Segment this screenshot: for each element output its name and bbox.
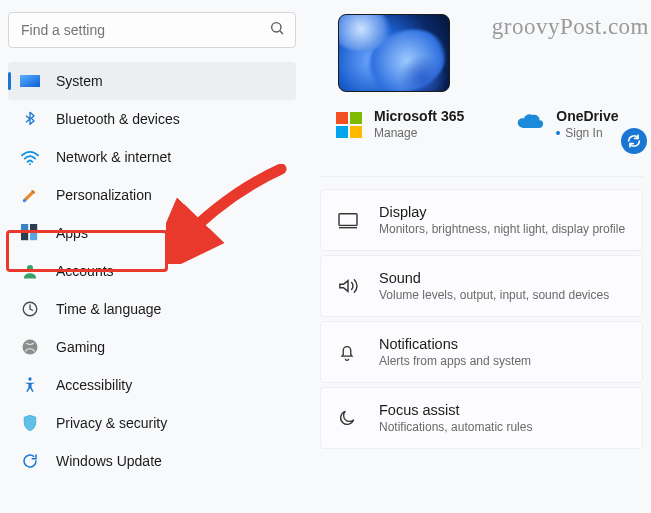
sidebar-item-label: Bluetooth & devices — [56, 111, 180, 127]
sidebar-item-label: Accounts — [56, 263, 114, 279]
microsoft-logo-icon — [336, 112, 362, 138]
sidebar-item-apps[interactable]: Apps — [8, 214, 296, 252]
bluetooth-icon — [20, 109, 40, 129]
paintbrush-icon — [20, 185, 40, 205]
sidebar: System Bluetooth & devices Network & int… — [8, 12, 296, 480]
card-display[interactable]: Display Monitors, brightness, night ligh… — [320, 189, 643, 251]
svg-rect-14 — [339, 214, 357, 226]
service-onedrive[interactable]: OneDrive Sign In — [516, 108, 618, 140]
card-subtitle: Monitors, brightness, night light, displ… — [379, 222, 625, 236]
svg-point-4 — [29, 163, 31, 165]
search-icon — [269, 20, 285, 40]
svg-rect-9 — [30, 233, 37, 240]
card-title: Display — [379, 204, 625, 220]
sidebar-item-label: Gaming — [56, 339, 105, 355]
service-subtext: Manage — [374, 126, 464, 140]
svg-point-5 — [23, 199, 26, 202]
content-area: groovyPost.com Microsoft 365 Manage OneD… — [320, 8, 643, 449]
sidebar-item-gaming[interactable]: Gaming — [8, 328, 296, 366]
svg-rect-8 — [21, 233, 28, 240]
accessibility-icon — [20, 375, 40, 395]
section-divider — [320, 176, 643, 177]
sidebar-item-label: System — [56, 73, 103, 89]
svg-point-0 — [272, 23, 281, 32]
sidebar-item-label: Apps — [56, 225, 88, 241]
card-subtitle: Notifications, automatic rules — [379, 420, 532, 434]
sidebar-item-label: Personalization — [56, 187, 152, 203]
sidebar-item-label: Accessibility — [56, 377, 132, 393]
clock-globe-icon — [20, 299, 40, 319]
sidebar-item-label: Time & language — [56, 301, 161, 317]
apps-icon — [20, 223, 40, 243]
search-box[interactable] — [8, 12, 296, 48]
search-input[interactable] — [21, 22, 269, 38]
watermark-text: groovyPost.com — [492, 14, 649, 40]
system-icon — [20, 71, 40, 91]
sidebar-item-windows-update[interactable]: Windows Update — [8, 442, 296, 480]
moon-icon — [337, 408, 359, 428]
sound-icon — [337, 277, 359, 295]
svg-rect-6 — [21, 224, 28, 231]
sidebar-item-time-language[interactable]: Time & language — [8, 290, 296, 328]
update-icon — [20, 451, 40, 471]
card-title: Notifications — [379, 336, 531, 352]
bell-icon — [337, 342, 359, 362]
card-sound[interactable]: Sound Volume levels, output, input, soun… — [320, 255, 643, 317]
card-title: Focus assist — [379, 402, 532, 418]
service-title: OneDrive — [556, 108, 618, 124]
sidebar-nav: System Bluetooth & devices Network & int… — [8, 62, 296, 480]
sidebar-item-label: Privacy & security — [56, 415, 167, 431]
card-title: Sound — [379, 270, 609, 286]
card-focus-assist[interactable]: Focus assist Notifications, automatic ru… — [320, 387, 643, 449]
sidebar-item-personalization[interactable]: Personalization — [8, 176, 296, 214]
service-subtext: Sign In — [556, 126, 618, 140]
svg-rect-7 — [30, 224, 37, 231]
svg-point-12 — [23, 340, 38, 355]
card-subtitle: Alerts from apps and system — [379, 354, 531, 368]
sync-button[interactable] — [621, 128, 647, 154]
desktop-preview[interactable] — [338, 14, 450, 92]
sidebar-item-accounts[interactable]: Accounts — [8, 252, 296, 290]
svg-rect-3 — [20, 75, 40, 87]
svg-line-1 — [280, 31, 283, 34]
sidebar-item-network[interactable]: Network & internet — [8, 138, 296, 176]
person-icon — [20, 261, 40, 281]
sidebar-item-bluetooth[interactable]: Bluetooth & devices — [8, 100, 296, 138]
sidebar-item-accessibility[interactable]: Accessibility — [8, 366, 296, 404]
service-microsoft365[interactable]: Microsoft 365 Manage — [336, 108, 464, 140]
svg-point-13 — [28, 377, 31, 380]
settings-cards: Display Monitors, brightness, night ligh… — [320, 189, 643, 449]
sidebar-item-privacy[interactable]: Privacy & security — [8, 404, 296, 442]
card-notifications[interactable]: Notifications Alerts from apps and syste… — [320, 321, 643, 383]
sidebar-item-label: Network & internet — [56, 149, 171, 165]
svg-point-10 — [27, 265, 33, 271]
xbox-icon — [20, 337, 40, 357]
card-subtitle: Volume levels, output, input, sound devi… — [379, 288, 609, 302]
shield-icon — [20, 413, 40, 433]
sidebar-item-system[interactable]: System — [8, 62, 296, 100]
display-icon — [337, 211, 359, 229]
sidebar-item-label: Windows Update — [56, 453, 162, 469]
wifi-icon — [20, 147, 40, 167]
service-title: Microsoft 365 — [374, 108, 464, 124]
services-row: Microsoft 365 Manage OneDrive Sign In — [336, 108, 643, 140]
onedrive-icon — [516, 108, 544, 140]
